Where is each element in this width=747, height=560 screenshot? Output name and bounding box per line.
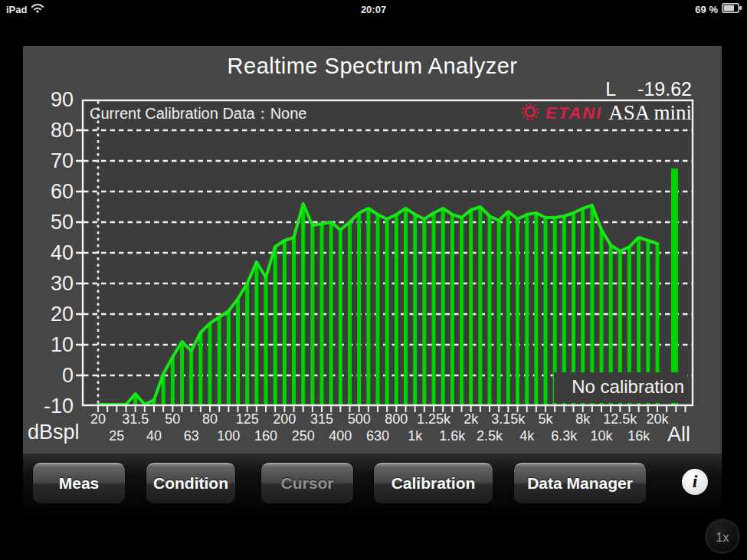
status-bar: iPad 20:07 69 % bbox=[0, 0, 747, 18]
y-tick-label: 90 bbox=[23, 87, 74, 112]
y-unit-label: dBspl bbox=[28, 421, 80, 444]
y-tick-label: 20 bbox=[23, 302, 74, 326]
level-channel-label: L bbox=[605, 78, 616, 100]
bottom-toolbar: i MeasConditionCursorCalibrationData Man… bbox=[23, 454, 722, 515]
product-name: ASA mini bbox=[608, 101, 692, 125]
level-readout: L -19.62 bbox=[605, 78, 692, 100]
condition-button[interactable]: Condition bbox=[146, 462, 236, 504]
y-tick-label: 70 bbox=[23, 149, 74, 173]
y-tick-label: 80 bbox=[23, 118, 74, 142]
page-title: Realtime Spectrum Analyzer bbox=[23, 54, 722, 79]
y-tick-label: 10 bbox=[23, 332, 74, 357]
info-button[interactable]: i bbox=[682, 469, 708, 495]
all-band-bar bbox=[671, 169, 678, 405]
y-tick-label: 40 bbox=[23, 241, 74, 265]
app-window: Realtime Spectrum Analyzer L -19.62 9080… bbox=[23, 46, 722, 515]
no-calibration-badge: No calibration bbox=[554, 372, 687, 403]
y-tick-label: 50 bbox=[23, 210, 74, 234]
y-tick-label: 30 bbox=[23, 271, 74, 296]
level-value: -19.62 bbox=[637, 78, 692, 100]
y-tick-label: 0 bbox=[23, 363, 74, 388]
battery-percent: 69 % bbox=[695, 4, 718, 15]
y-tick-label: -10 bbox=[23, 394, 74, 418]
brand-logo: ETANI ASA mini bbox=[521, 101, 692, 125]
spectrum-chart bbox=[76, 98, 695, 415]
all-band-label: All bbox=[656, 423, 702, 447]
screen: { "status_bar": { "carrier": "iPad", "ti… bbox=[0, 0, 747, 560]
meas-button[interactable]: Meas bbox=[32, 462, 126, 504]
clock: 20:07 bbox=[0, 4, 747, 15]
brand-name: ETANI bbox=[546, 103, 602, 123]
etani-gear-icon bbox=[521, 103, 539, 124]
calibration-button[interactable]: Calibration bbox=[373, 462, 493, 504]
battery-icon bbox=[722, 3, 742, 15]
cursor-button: Cursor bbox=[260, 462, 354, 504]
calibration-status-text: Current Calibration Data：None bbox=[90, 103, 306, 124]
y-tick-label: 60 bbox=[23, 179, 74, 204]
scale-1x-button[interactable]: 1x bbox=[705, 519, 740, 554]
data-manager-button[interactable]: Data Manager bbox=[513, 462, 647, 504]
